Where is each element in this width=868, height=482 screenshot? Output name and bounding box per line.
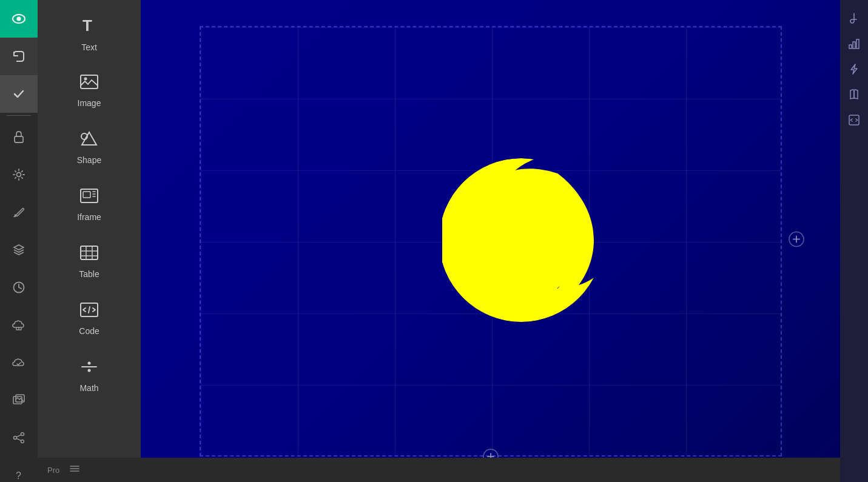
lock-button[interactable] [0,118,38,156]
svg-point-38 [442,158,603,322]
left-strip-top: ? [0,0,38,482]
add-right-button[interactable] [788,230,805,252]
moon-crescent[interactable] [442,140,636,343]
text-icon: T [79,15,99,39]
tool-text[interactable]: T Text [47,6,132,61]
svg-line-11 [16,438,21,441]
tool-image[interactable]: Image [47,63,132,118]
svg-rect-46 [853,42,855,49]
svg-line-10 [16,435,21,437]
tool-table[interactable]: Table [47,234,132,289]
tool-code[interactable]: Code [47,291,132,346]
tool-iframe[interactable]: Iframe [47,177,132,232]
math-icon [79,358,99,380]
divider [7,115,31,116]
svg-point-35 [88,369,91,372]
svg-point-33 [88,361,91,364]
help-button[interactable]: ? [0,457,38,482]
shape-icon [79,130,99,152]
code-icon [79,301,99,323]
image-gallery-button[interactable] [0,381,38,419]
code-bracket-button[interactable] [842,108,866,132]
svg-rect-17 [81,75,98,89]
tool-math-label: Math [79,383,98,393]
pen-button[interactable] [0,193,38,231]
tool-image-label: Image [78,98,101,108]
iframe-icon [79,187,99,209]
svg-rect-22 [83,192,90,198]
share-button[interactable] [0,419,38,457]
gear-button[interactable] [0,156,38,193]
tools-panel: T Text Image Shape [38,0,141,482]
chart-button[interactable] [842,32,866,56]
cloud2-button[interactable] [0,344,38,381]
table-icon [79,244,99,266]
cloud1-button[interactable] [0,306,38,344]
svg-text:T: T [82,16,92,35]
tool-shape[interactable]: Shape [47,120,132,175]
layers-button[interactable] [0,231,38,269]
svg-text:?: ? [16,470,21,481]
svg-point-9 [21,440,24,443]
svg-point-3 [17,173,21,177]
canvas[interactable] [200,26,782,457]
tool-iframe-label: Iframe [77,212,101,222]
svg-rect-45 [849,45,852,49]
bottom-bar: Pro [38,458,840,482]
image-icon [79,73,99,95]
svg-rect-2 [15,136,23,142]
tool-shape-label: Shape [77,155,101,165]
pro-label: Pro [47,466,59,475]
svg-point-18 [84,77,87,80]
tool-table-label: Table [79,269,99,279]
svg-point-1 [17,17,21,21]
tool-math[interactable]: Math [47,348,132,403]
svg-point-7 [21,433,24,436]
svg-point-8 [14,437,17,440]
main-canvas-area [141,0,840,482]
clock-button[interactable] [0,269,38,306]
svg-line-32 [89,307,90,313]
settings-icon[interactable] [69,463,80,477]
book-button[interactable] [842,82,866,107]
svg-marker-19 [82,132,96,145]
left-strip: ? [0,0,38,482]
color-button[interactable] [842,6,866,30]
check-button[interactable] [0,75,38,113]
undo-button[interactable] [0,38,38,75]
tool-text-label: Text [81,42,97,52]
svg-rect-47 [856,39,859,49]
lightning-button[interactable] [842,57,866,81]
svg-rect-26 [81,246,98,259]
eye-button[interactable] [0,0,38,38]
right-panel [840,0,868,482]
tool-code-label: Code [79,326,99,336]
